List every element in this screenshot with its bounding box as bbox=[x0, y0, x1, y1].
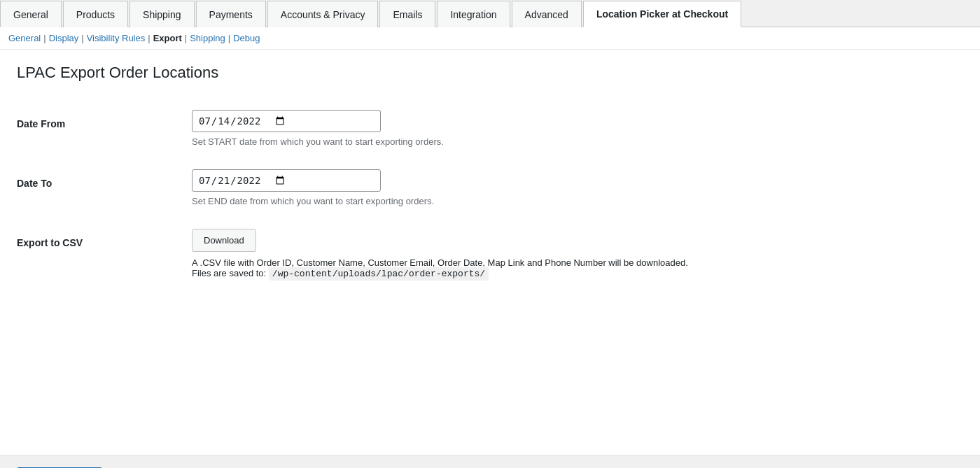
subnav-export[interactable]: Export bbox=[153, 33, 182, 43]
date-from-row: Date From Set START date from which you … bbox=[17, 99, 963, 158]
date-to-label: Date To bbox=[17, 178, 52, 189]
subnav-sep-4: | bbox=[185, 33, 187, 43]
subnav-sep-3: | bbox=[148, 33, 150, 43]
csv-description: A .CSV file with Order ID, Customer Name… bbox=[192, 257, 822, 279]
sub-navigation: General | Display | Visibility Rules | E… bbox=[0, 27, 980, 50]
tab-products[interactable]: Products bbox=[63, 1, 128, 27]
tab-shipping[interactable]: Shipping bbox=[130, 1, 195, 27]
date-from-label: Date From bbox=[17, 118, 65, 129]
csv-path-label: Files are saved to: bbox=[192, 268, 266, 278]
tab-emails[interactable]: Emails bbox=[379, 1, 435, 27]
date-from-input[interactable] bbox=[192, 110, 381, 132]
subnav-sep-1: | bbox=[43, 33, 46, 43]
subnav-visibility-rules[interactable]: Visibility Rules bbox=[87, 33, 146, 43]
download-button[interactable]: Download bbox=[192, 229, 256, 252]
tab-bar: General Products Shipping Payments Accou… bbox=[0, 0, 980, 27]
tab-accounts-privacy[interactable]: Accounts & Privacy bbox=[267, 1, 379, 27]
subnav-display[interactable]: Display bbox=[49, 33, 79, 43]
tab-payments[interactable]: Payments bbox=[196, 1, 266, 27]
tab-advanced[interactable]: Advanced bbox=[512, 1, 582, 27]
csv-description-text: A .CSV file with Order ID, Customer Name… bbox=[192, 257, 688, 268]
subnav-debug[interactable]: Debug bbox=[233, 33, 260, 43]
page-title: LPAC Export Order Locations bbox=[17, 64, 963, 82]
subnav-sep-2: | bbox=[81, 33, 83, 43]
form-table: Date From Set START date from which you … bbox=[17, 99, 963, 290]
subnav-shipping[interactable]: Shipping bbox=[190, 33, 225, 43]
date-from-description: Set START date from which you want to st… bbox=[192, 136, 956, 147]
csv-path-value: /wp-content/uploads/lpac/order-exports/ bbox=[269, 267, 489, 281]
tab-general[interactable]: General bbox=[0, 1, 62, 27]
subnav-sep-5: | bbox=[228, 33, 230, 43]
date-to-row: Date To Set END date from which you want… bbox=[17, 158, 963, 218]
date-to-description: Set END date from which you want to star… bbox=[192, 196, 956, 206]
export-csv-row: Export to CSV Download A .CSV file with … bbox=[17, 218, 963, 290]
tab-integration[interactable]: Integration bbox=[437, 1, 510, 27]
export-csv-label: Export to CSV bbox=[17, 237, 83, 248]
main-content: LPAC Export Order Locations Date From Se… bbox=[0, 50, 980, 455]
bottom-bar: Save changes bbox=[0, 455, 980, 468]
date-to-input[interactable] bbox=[192, 169, 381, 192]
subnav-general[interactable]: General bbox=[8, 33, 41, 43]
tab-location-picker[interactable]: Location Picker at Checkout bbox=[583, 1, 741, 27]
